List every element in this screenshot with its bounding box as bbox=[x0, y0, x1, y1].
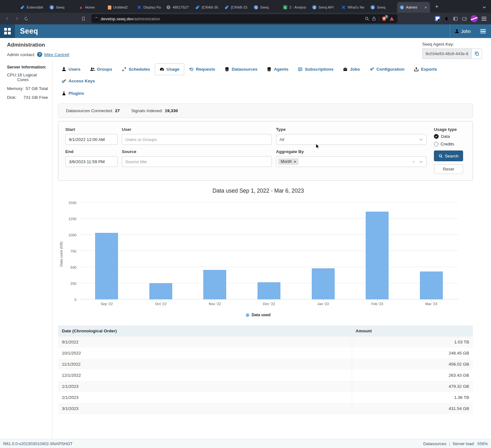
table-row[interactable]: 3/1/2023431.54 GB bbox=[58, 403, 473, 414]
tab-configuration[interactable]: Configuration bbox=[365, 63, 409, 75]
table-row[interactable]: 10/1/2022248.45 GB bbox=[58, 348, 473, 359]
tab-schedules[interactable]: Schedules bbox=[117, 63, 155, 75]
bar-Nov '22[interactable] bbox=[203, 270, 226, 299]
browser-tab[interactable]: [CRAB-23 bbox=[222, 2, 251, 13]
browser-tab[interactable]: What's Ne bbox=[339, 2, 368, 13]
wallet-lock-extension-icon[interactable] bbox=[435, 16, 440, 21]
legend-label: Data used bbox=[252, 313, 271, 317]
aggregate-by-select[interactable]: Month× × bbox=[276, 156, 427, 167]
brave-shield-icon[interactable]: 1 bbox=[382, 16, 387, 21]
back-button[interactable] bbox=[3, 15, 11, 23]
browser-tab[interactable]: QSeeq bbox=[368, 2, 397, 13]
admin-contact-row: Admin contact: ? Mike Cantrell bbox=[7, 52, 69, 57]
usage-type-radio-data[interactable]: Data bbox=[434, 134, 463, 139]
bar-Dec '22[interactable] bbox=[258, 282, 280, 299]
agent-key-label: Seeq Agent Key: bbox=[422, 42, 482, 47]
bar-Sep '22[interactable] bbox=[95, 233, 118, 299]
browser-tab[interactable]: ▲Home bbox=[76, 2, 105, 13]
bar-Oct '22[interactable] bbox=[149, 283, 172, 299]
source-label: Source bbox=[122, 149, 272, 154]
amount-column-header[interactable]: Amount bbox=[352, 325, 473, 336]
browser-tab[interactable]: Q2 - Analysi bbox=[280, 2, 310, 13]
brave-leo-icon[interactable] bbox=[389, 16, 394, 21]
browser-toolbar: develop.seeq.dev/administration 1 bbox=[0, 13, 491, 24]
brave-wallet-icon[interactable] bbox=[462, 16, 467, 21]
reset-button[interactable]: Reset bbox=[434, 164, 463, 174]
chip-remove-icon[interactable]: × bbox=[294, 160, 296, 163]
forward-button[interactable] bbox=[13, 15, 21, 23]
admin-contact-link[interactable]: Mike Cantrell bbox=[44, 52, 69, 57]
reload-button[interactable] bbox=[22, 15, 30, 23]
start-date-input[interactable] bbox=[65, 134, 118, 145]
profile-avatar[interactable] bbox=[471, 15, 478, 22]
footer-datasources-link[interactable]: Datasources bbox=[423, 441, 446, 446]
tab-agents[interactable]: Agents bbox=[262, 63, 293, 75]
date-cell: 10/1/2022 bbox=[58, 348, 352, 359]
admin-main: UsersGroupsSchedulesUsageRequestsDatasou… bbox=[52, 61, 491, 439]
browser-menu-icon[interactable] bbox=[481, 17, 487, 21]
address-bar[interactable]: develop.seeq.dev/administration 1 bbox=[91, 14, 397, 23]
tab-list-chevron-icon[interactable] bbox=[482, 5, 487, 10]
bookmark-icon[interactable] bbox=[79, 15, 88, 23]
browser-tab[interactable]: Untitled2 bbox=[105, 2, 134, 13]
browser-tab[interactable]: QSeeq bbox=[251, 2, 280, 13]
browser-tab[interactable]: QSeeq bbox=[47, 2, 76, 13]
server-info-row: CPU:16 Logical Cores bbox=[7, 73, 48, 82]
tab-jobs[interactable]: Jobs bbox=[338, 63, 365, 75]
browser-tab[interactable]: 48517527 bbox=[164, 2, 193, 13]
bar-Mar '23[interactable] bbox=[420, 272, 443, 299]
type-select[interactable]: All bbox=[276, 134, 427, 145]
browser-tab[interactable]: Display Pa bbox=[134, 2, 164, 13]
end-date-input[interactable] bbox=[65, 156, 118, 167]
server-load-value[interactable]: 556% bbox=[477, 441, 488, 446]
user-filter-input[interactable] bbox=[122, 134, 272, 145]
confluence-icon bbox=[341, 5, 346, 10]
admin-contact-label: Admin contact: bbox=[7, 52, 35, 57]
nav-hamburger-menu[interactable] bbox=[475, 24, 491, 38]
share-icon[interactable] bbox=[372, 16, 376, 21]
browser-tab[interactable]: QSeeq API bbox=[310, 2, 339, 13]
browser-tab-active[interactable]: QAdmini× bbox=[397, 2, 430, 13]
tab-requests[interactable]: Requests bbox=[184, 63, 220, 75]
puzzle-extensions-icon[interactable] bbox=[444, 16, 449, 21]
table-row[interactable]: 12/1/2022263.43 GB bbox=[58, 370, 473, 381]
tab-plugins[interactable]: Plugins bbox=[57, 87, 89, 99]
seeq-navbar: Seeq John bbox=[0, 24, 491, 38]
table-row[interactable]: 2/1/20231.36 TB bbox=[58, 392, 473, 403]
apps-grid-button[interactable] bbox=[0, 24, 15, 38]
x-tick bbox=[215, 299, 215, 301]
tab-usage[interactable]: Usage bbox=[155, 63, 184, 75]
date-column-header[interactable]: Date (Chronological Order) bbox=[58, 325, 352, 336]
tab-groups[interactable]: Groups bbox=[85, 63, 117, 75]
hamburger-icon bbox=[480, 29, 486, 34]
new-tab-button[interactable]: + bbox=[432, 2, 442, 11]
tab-title: What's Ne bbox=[348, 5, 365, 9]
divider bbox=[379, 16, 379, 21]
tab-users[interactable]: Users bbox=[57, 63, 85, 75]
table-row[interactable]: 1/1/2023479.32 GB bbox=[58, 381, 473, 392]
table-row[interactable]: 11/1/2022456.02 GB bbox=[58, 359, 473, 370]
tab-subscriptions[interactable]: Subscriptions bbox=[293, 63, 338, 75]
copy-agent-key-button[interactable] bbox=[471, 48, 482, 59]
chart-legend[interactable]: Data used bbox=[58, 313, 458, 317]
tab-exports[interactable]: Exports bbox=[409, 63, 442, 75]
bar-Jan '23[interactable] bbox=[312, 268, 335, 299]
source-filter-input[interactable] bbox=[122, 156, 272, 167]
search-button[interactable]: Search bbox=[434, 150, 463, 161]
browser-tab[interactable]: [CRAB-35 bbox=[193, 2, 222, 13]
table-row[interactable]: 9/1/20221.03 TB bbox=[58, 336, 473, 348]
bar-Feb '23[interactable] bbox=[366, 212, 389, 299]
seeq-green-icon: Q bbox=[283, 5, 287, 10]
zoom-page-icon[interactable] bbox=[365, 16, 369, 21]
browser-tab[interactable]: Extensibili bbox=[18, 2, 47, 13]
x-tick bbox=[161, 299, 161, 301]
sidebar-toggle-icon[interactable] bbox=[453, 16, 458, 21]
tab-close-icon[interactable]: × bbox=[424, 5, 428, 10]
usage-type-radio-credits[interactable]: Credits bbox=[434, 142, 463, 146]
tab-access-keys[interactable]: Access Keys bbox=[57, 75, 100, 87]
clear-selection-icon[interactable]: × bbox=[412, 159, 415, 164]
date-cell: 1/1/2023 bbox=[58, 381, 352, 392]
agent-key-input[interactable] bbox=[422, 48, 471, 59]
tab-datasources[interactable]: Datasources bbox=[220, 63, 262, 75]
user-menu[interactable]: John bbox=[450, 24, 475, 38]
